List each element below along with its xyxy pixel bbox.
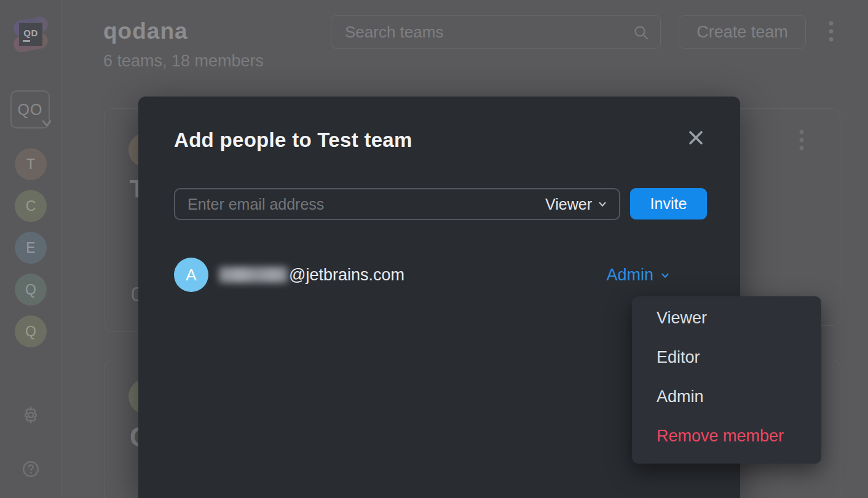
member-row: A @jetbrains.com Admin: [174, 258, 704, 292]
role-menu-item-remove-member[interactable]: Remove member: [632, 416, 821, 456]
search-icon: [633, 25, 649, 41]
chevron-down-icon: [597, 199, 608, 210]
sidebar-team-avatar[interactable]: C: [15, 190, 47, 222]
role-menu: Viewer Editor Admin Remove member: [632, 296, 821, 464]
role-menu-item-viewer[interactable]: Viewer: [632, 298, 821, 338]
member-email: @jetbrains.com: [219, 266, 404, 284]
member-role-value: Admin: [606, 266, 653, 285]
settings-gear-icon[interactable]: [22, 406, 40, 424]
modal-title: Add people to Test team: [174, 128, 412, 152]
role-menu-item-editor[interactable]: Editor: [632, 338, 821, 377]
invite-button[interactable]: Invite: [630, 188, 707, 219]
sidebar: QD QO T C E Q Q: [0, 0, 61, 498]
sidebar-team-avatar[interactable]: Q: [15, 315, 47, 347]
header-kebab-menu-icon[interactable]: [824, 18, 838, 45]
help-icon[interactable]: [22, 460, 40, 478]
close-icon[interactable]: [685, 127, 706, 148]
blurred-email-name: [219, 267, 288, 283]
card-kebab-menu-icon[interactable]: [795, 128, 808, 153]
search-teams-field[interactable]: [331, 15, 661, 49]
member-avatar: A: [174, 258, 208, 292]
create-team-button[interactable]: Create team: [679, 15, 806, 49]
member-email-domain: @jetbrains.com: [289, 266, 404, 285]
email-input[interactable]: [175, 189, 545, 219]
invite-role-value: Viewer: [545, 196, 592, 213]
sidebar-team-avatar[interactable]: Q: [15, 274, 47, 306]
page-subtitle: 6 teams, 18 members: [103, 52, 264, 71]
qodana-logo[interactable]: QD: [12, 16, 49, 53]
chevron-down-icon: [39, 116, 54, 130]
sidebar-team-avatar[interactable]: E: [15, 232, 47, 264]
search-input[interactable]: [331, 16, 660, 48]
member-role-dropdown[interactable]: Admin: [606, 266, 671, 285]
sidebar-team-avatar[interactable]: T: [15, 148, 47, 180]
role-menu-item-admin[interactable]: Admin: [632, 377, 821, 416]
invite-email-field[interactable]: Viewer: [174, 188, 620, 220]
page-title: qodana: [103, 18, 188, 44]
invite-role-select[interactable]: Viewer: [545, 196, 619, 213]
logo-monogram: QD: [19, 23, 42, 46]
chevron-down-icon: [660, 270, 671, 281]
logo-underscore: [23, 40, 30, 42]
